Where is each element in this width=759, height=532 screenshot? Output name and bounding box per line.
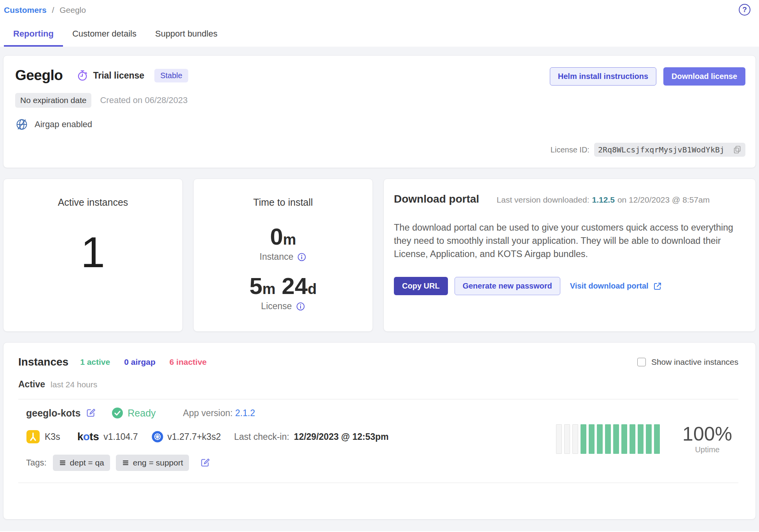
license-time-value-1: 5 — [249, 273, 262, 299]
external-link-icon — [653, 282, 662, 291]
uptime-block: 100% Uptime — [556, 424, 732, 454]
uptime-bar — [605, 424, 611, 454]
airgap-globe-icon — [15, 118, 28, 131]
tab-reporting[interactable]: Reporting — [4, 24, 63, 47]
kubernetes-icon — [152, 431, 163, 443]
breadcrumb-current: Geeglo — [59, 5, 86, 14]
time-to-install-title: Time to install — [194, 197, 373, 208]
customer-summary-right: Helm install instructions Download licen… — [550, 67, 745, 157]
kubernetes-version-group: v1.27.7+k3s2 — [152, 431, 220, 443]
last-version-link[interactable]: 1.12.5 — [592, 195, 615, 205]
app-version-row: App version: 2.1.2 — [183, 408, 255, 418]
top-bar: Customers / Geeglo ? — [0, 0, 759, 15]
airgap-row: Airgap enabled — [15, 118, 188, 131]
app-version-link[interactable]: 2.1.2 — [235, 408, 255, 418]
tab-customer-details-label: Customer details — [72, 29, 136, 38]
tag-label: dept = qa — [70, 458, 104, 467]
customer-summary-left: Geeglo Trial license Stable No expiratio… — [15, 67, 188, 157]
license-install-time: 5m24d — [194, 275, 373, 298]
tag-label: eng = support — [133, 458, 183, 467]
instance-time-value: 0 — [270, 224, 283, 250]
customer-actions: Helm install instructions Download licen… — [550, 67, 745, 86]
copy-url-button[interactable]: Copy URL — [394, 277, 448, 295]
edit-tags-icon[interactable] — [200, 458, 210, 468]
tag-lines-icon — [122, 459, 129, 467]
checkin-label: Last check-in: — [234, 432, 289, 442]
uptime-bar — [621, 424, 627, 454]
instance-versions-row: K3s kots v1.104.7 v1.27.7+ — [26, 430, 556, 444]
instances-title: Instances — [18, 356, 68, 368]
airgap-count[interactable]: 0 airgap — [124, 357, 156, 367]
license-time-label: License — [261, 301, 292, 312]
active-count[interactable]: 1 active — [80, 357, 110, 367]
stopwatch-icon — [77, 70, 88, 81]
time-to-install-card: Time to install 0m Instance 5m24d Licens… — [193, 178, 373, 332]
instances-header: Instances 1 active 0 airgap 6 inactive S… — [18, 356, 738, 368]
active-instances-value: 1 — [3, 231, 182, 274]
download-portal-header: Download portal Last version downloaded:… — [394, 193, 740, 205]
help-icon[interactable]: ? — [739, 4, 750, 16]
tab-support-bundles-label: Support bundles — [155, 29, 217, 38]
created-on-text: Created on 06/28/2023 — [100, 95, 187, 105]
active-section-range: last 24 hours — [51, 380, 97, 389]
instance-name: geeglo-kots — [26, 408, 80, 419]
edit-name-icon[interactable] — [86, 408, 96, 418]
instance-status-label: Ready — [128, 408, 156, 419]
download-license-button[interactable]: Download license — [663, 67, 745, 86]
uptime-bar — [630, 424, 635, 454]
info-icon[interactable] — [296, 302, 305, 311]
tag-chip: eng = support — [116, 455, 189, 471]
license-type: Trial license — [77, 70, 144, 81]
copy-icon[interactable] — [733, 145, 742, 154]
instance-time-label: Instance — [260, 252, 294, 262]
show-inactive-toggle[interactable]: Show inactive instances — [637, 357, 738, 367]
uptime-bar — [589, 424, 595, 454]
app-version-label: App version: — [183, 408, 233, 418]
tags-row: Tags: dept = qa eng = support — [26, 455, 556, 471]
customer-title-row: Geeglo Trial license Stable — [15, 67, 188, 84]
customer-meta-row: No expiration date Created on 06/28/2023 — [15, 93, 188, 108]
uptime-bar — [581, 424, 586, 454]
instance-time-unit: m — [283, 231, 296, 248]
breadcrumb-customers-link[interactable]: Customers — [4, 5, 47, 14]
uptime-bar — [613, 424, 619, 454]
k3s-icon — [26, 430, 40, 444]
license-id-label: License ID: — [551, 145, 589, 154]
generate-password-button[interactable]: Generate new password — [455, 277, 560, 295]
visit-portal-link[interactable]: Visit download portal — [570, 282, 662, 291]
instance-row: geeglo-kots Ready — [18, 399, 738, 473]
uptime-bar — [646, 424, 652, 454]
checkin-value: 12/29/2023 @ 12:53pm — [294, 432, 389, 442]
download-portal-actions: Copy URL Generate new password Visit dow… — [394, 277, 740, 295]
ready-check-icon — [112, 407, 123, 419]
expiration-badge: No expiration date — [15, 93, 91, 108]
active-section-label: Active — [18, 379, 45, 390]
uptime-bar — [597, 424, 603, 454]
show-inactive-checkbox[interactable] — [637, 358, 646, 366]
divider — [18, 483, 738, 483]
helm-install-button[interactable]: Helm install instructions — [550, 67, 656, 86]
last-version-date: on 12/20/2023 @ 8:57am — [617, 195, 710, 205]
kots-logo-ts: ts — [89, 430, 99, 443]
uptime-bar — [654, 424, 660, 454]
active-instances-card: Active instances 1 — [3, 178, 183, 332]
inactive-count[interactable]: 6 inactive — [170, 357, 207, 367]
instances-card: Instances 1 active 0 airgap 6 inactive S… — [3, 342, 756, 520]
uptime-percentage: 100% — [682, 424, 732, 444]
kubernetes-version: v1.27.7+k3s2 — [167, 432, 220, 442]
license-time-unit-2: d — [308, 281, 317, 297]
license-id-value: 2Rq8WLcsjfxqrMysjvB1WodYkBj — [598, 145, 724, 154]
kots-version: v1.104.7 — [103, 432, 138, 442]
uptime-stats: 100% Uptime — [682, 424, 732, 454]
tag-lines-icon — [59, 459, 66, 467]
uptime-label: Uptime — [682, 445, 732, 454]
active-section-header: Active last 24 hours — [18, 379, 738, 390]
download-portal-title: Download portal — [394, 193, 479, 205]
instance-status: Ready — [112, 407, 156, 419]
content-area: Geeglo Trial license Stable No expiratio… — [0, 47, 759, 531]
info-icon[interactable] — [297, 252, 306, 262]
tab-support-bundles[interactable]: Support bundles — [146, 24, 227, 47]
uptime-bar — [572, 424, 578, 454]
tab-customer-details[interactable]: Customer details — [63, 24, 146, 47]
stat-row: Active instances 1 Time to install 0m In… — [3, 178, 756, 332]
